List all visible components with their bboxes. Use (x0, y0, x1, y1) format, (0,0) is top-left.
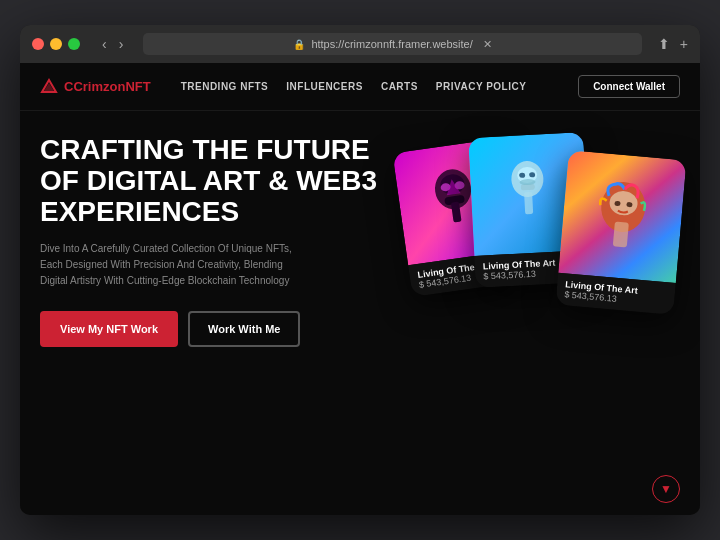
nft-card-3[interactable]: Living Of The Art $ 543,576.13 (555, 150, 686, 315)
nav-trending[interactable]: TRENDING NFTS (181, 81, 269, 92)
site-nav: CCrimzonNFT TRENDING NFTS INFLUENCERS CA… (20, 63, 700, 111)
svg-rect-20 (613, 221, 629, 247)
svg-rect-14 (524, 191, 533, 213)
toolbar-right: ⬆ + (658, 36, 688, 52)
nav-links: TRENDING NFTS INFLUENCERS CARTS PRIVACY … (181, 81, 578, 92)
hero-buttons: View My NFT Work Work With Me (40, 311, 392, 347)
traffic-lights (32, 38, 80, 50)
nft-card-3-image (558, 150, 686, 283)
lock-icon: 🔒 (293, 39, 305, 50)
logo-area: CCrimzonNFT (40, 78, 151, 96)
nav-privacy[interactable]: PRIVACY POLICY (436, 81, 527, 92)
work-with-me-button[interactable]: Work With Me (188, 311, 300, 347)
title-bar: ‹ › 🔒 https://crimzonnft.framer.website/… (20, 25, 700, 63)
forward-arrow[interactable]: › (115, 34, 128, 54)
sculpture-icon (494, 155, 563, 233)
close-button[interactable] (32, 38, 44, 50)
connect-wallet-button[interactable]: Connect Wallet (578, 75, 680, 98)
site-logo[interactable]: CCrimzonNFT (64, 79, 151, 94)
view-nft-button[interactable]: View My NFT Work (40, 311, 178, 347)
share-icon[interactable]: ⬆ (658, 36, 670, 52)
hero-section: CRAFTING THE FUTURE OF DIGITAL ART & WEB… (20, 111, 700, 515)
hero-left: CRAFTING THE FUTURE OF DIGITAL ART & WEB… (40, 135, 392, 499)
minimize-button[interactable] (50, 38, 62, 50)
url-bar[interactable]: 🔒 https://crimzonnft.framer.website/ ✕ (143, 33, 641, 55)
portrait-icon (584, 174, 661, 260)
refresh-icon[interactable]: ✕ (483, 38, 492, 51)
maximize-button[interactable] (68, 38, 80, 50)
browser-window: ‹ › 🔒 https://crimzonnft.framer.website/… (20, 25, 700, 515)
add-tab-icon[interactable]: + (680, 36, 688, 52)
scroll-down-button[interactable]: ▼ (652, 475, 680, 503)
hero-description: Dive Into A Carefully Curated Collection… (40, 241, 300, 289)
logo-accent: C (64, 79, 73, 94)
nav-carts[interactable]: CARTS (381, 81, 418, 92)
hero-title: CRAFTING THE FUTURE OF DIGITAL ART & WEB… (40, 135, 392, 227)
back-arrow[interactable]: ‹ (98, 34, 111, 54)
browser-nav-arrows: ‹ › (98, 34, 127, 54)
url-text: https://crimzonnft.framer.website/ (311, 38, 472, 50)
logo-icon (40, 78, 58, 96)
site-content: CCrimzonNFT TRENDING NFTS INFLUENCERS CA… (20, 63, 700, 515)
hero-right: Living Of The Art $ 543,576.13 (392, 135, 680, 499)
chevron-down-icon: ▼ (660, 482, 672, 496)
nav-influencers[interactable]: INFLUENCERS (286, 81, 363, 92)
